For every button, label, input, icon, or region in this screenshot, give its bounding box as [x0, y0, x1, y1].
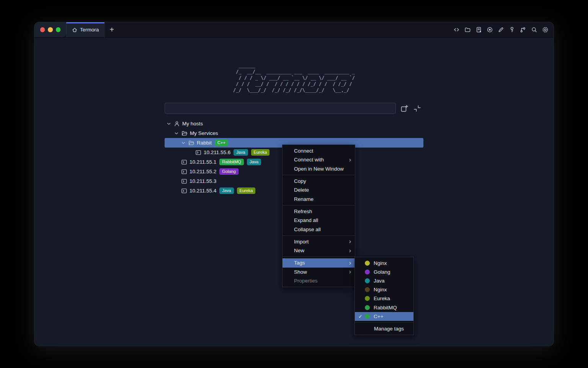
menu-item-label: Copy: [294, 178, 306, 184]
menu-item-collapse-all[interactable]: Collapse all: [283, 225, 355, 233]
tree-row-my-services[interactable]: My Services: [165, 128, 423, 138]
menu-separator: [283, 256, 355, 257]
home-icon: [72, 27, 77, 33]
manage-tags-button[interactable]: Manage tags: [355, 324, 413, 333]
menu-item-label: Connect with: [294, 157, 324, 163]
folder-open-icon: [188, 140, 194, 146]
zoom-button[interactable]: [56, 27, 61, 32]
minimize-button[interactable]: [48, 27, 53, 32]
menu-item-expand-all[interactable]: Expand all: [283, 216, 355, 225]
new-tab-button[interactable]: +: [105, 22, 119, 37]
tag-badge: Eureka: [251, 149, 270, 156]
search-button[interactable]: [531, 26, 537, 33]
terminal-icon: [195, 150, 201, 156]
plus-icon: +: [109, 25, 114, 34]
menu-item-label: New: [294, 248, 304, 253]
gear-icon: [542, 26, 549, 33]
tag-color-dot: [365, 296, 370, 301]
menu-item-label: Properties: [294, 278, 318, 284]
code-icon: [453, 26, 460, 33]
menu-item-copy[interactable]: Copy: [283, 177, 355, 186]
add-icon: [400, 105, 408, 112]
tag-badge: Eureka: [237, 187, 256, 194]
tag-option-label: Eureka: [374, 296, 390, 301]
tag-option-java-2[interactable]: Java: [355, 276, 413, 285]
terminal-icon: [181, 188, 187, 194]
chevron-down-toggle[interactable]: [181, 140, 186, 146]
terminal-icon: [181, 178, 187, 184]
record-icon: [487, 26, 493, 33]
user-icon: [174, 121, 180, 127]
terminal-icon: [181, 159, 187, 165]
terminal-icon: [195, 150, 201, 156]
menu-item-connect-with[interactable]: Connect with›: [283, 155, 355, 164]
pencil-icon: [498, 26, 504, 33]
tab-termora[interactable]: Termora: [66, 22, 105, 37]
menu-separator: [283, 205, 355, 205]
tree-label: My Services: [190, 130, 218, 136]
collapse-all-button[interactable]: [413, 105, 421, 112]
search-input[interactable]: [165, 103, 396, 114]
chevron-down-toggle[interactable]: [174, 131, 179, 136]
tag-option-nginx-3[interactable]: Nginx: [355, 285, 413, 294]
chevron-down-icon: [181, 141, 186, 145]
tag-option-golang-1[interactable]: Golang: [355, 268, 413, 276]
chevron-down-icon: [167, 122, 171, 126]
tab-title: Termora: [80, 27, 99, 33]
terminal-icon: [181, 188, 187, 194]
tag-option-label: Nginx: [374, 287, 387, 292]
key-button[interactable]: [508, 26, 515, 33]
menu-item-import[interactable]: Import›: [283, 237, 355, 246]
menu-item-open-in-new-window[interactable]: Open in New Window: [283, 164, 355, 173]
menu-item-tags[interactable]: Tags›: [283, 258, 355, 267]
tag-option-rabbitmq-5[interactable]: RabbitMQ: [355, 303, 413, 312]
folder-button[interactable]: [464, 26, 471, 33]
tag-option-label: Golang: [374, 269, 390, 275]
terminal-icon: [181, 169, 187, 175]
menu-item-refresh[interactable]: Refresh: [283, 207, 355, 216]
tag-badge: Java: [247, 159, 261, 165]
tag-option-eureka-4[interactable]: Eureka: [355, 294, 413, 303]
settings-button[interactable]: [542, 26, 549, 33]
tag-option-label: C++: [374, 314, 384, 319]
edit-button[interactable]: [497, 26, 504, 33]
tree-label: 10.211.55.3: [189, 178, 216, 184]
keychain-icon: [520, 26, 526, 33]
tags-submenu: NginxGolangJavaNginxEurekaRabbitMQ✓C++Ma…: [354, 257, 414, 335]
menu-item-label: Show: [294, 269, 307, 275]
add-host-button[interactable]: [400, 105, 408, 112]
menu-item-label: Open in New Window: [294, 166, 344, 172]
tree-label: 10.211.55.2: [189, 169, 216, 174]
search-icon: [531, 26, 537, 33]
active-tab-accent: [66, 22, 105, 23]
tree-row-my-hosts[interactable]: My hosts: [165, 119, 423, 128]
close-button[interactable]: [40, 27, 45, 32]
window-controls: [34, 22, 66, 37]
chevron-down-toggle[interactable]: [166, 121, 172, 127]
tag-option-label: RabbitMQ: [374, 305, 397, 310]
menu-item-delete[interactable]: Delete: [283, 186, 355, 194]
menu-item-label: Collapse all: [294, 227, 321, 232]
tag-option-nginx-0[interactable]: Nginx: [355, 259, 413, 268]
tag-option-label: Java: [374, 278, 385, 284]
chevron-right-icon: ›: [349, 238, 351, 245]
terminal-icon: [181, 169, 187, 175]
code-button[interactable]: [453, 26, 460, 33]
menu-separator: [283, 235, 355, 236]
menu-item-label: Import: [294, 239, 309, 245]
menu-item-new[interactable]: New›: [283, 246, 355, 255]
tree-label: 10.211.55.6: [204, 150, 230, 155]
host-actions: [400, 105, 421, 112]
ascii-logo: ______ /_ __/__ _________ ___ ____ _____…: [233, 62, 355, 93]
terminal-icon: [181, 159, 187, 165]
chevron-right-icon: ›: [349, 248, 351, 254]
tag-color-dot: [365, 261, 370, 266]
tag-option-c-6[interactable]: ✓C++: [355, 312, 413, 321]
record-button[interactable]: [486, 26, 493, 33]
log-button[interactable]: [475, 26, 482, 33]
menu-item-show[interactable]: Show›: [283, 268, 355, 276]
menu-item-connect[interactable]: Connect: [283, 146, 355, 155]
menu-item-rename[interactable]: Rename: [283, 194, 355, 203]
keychain-button[interactable]: [519, 26, 526, 33]
menu-item-label: Rename: [294, 196, 314, 202]
